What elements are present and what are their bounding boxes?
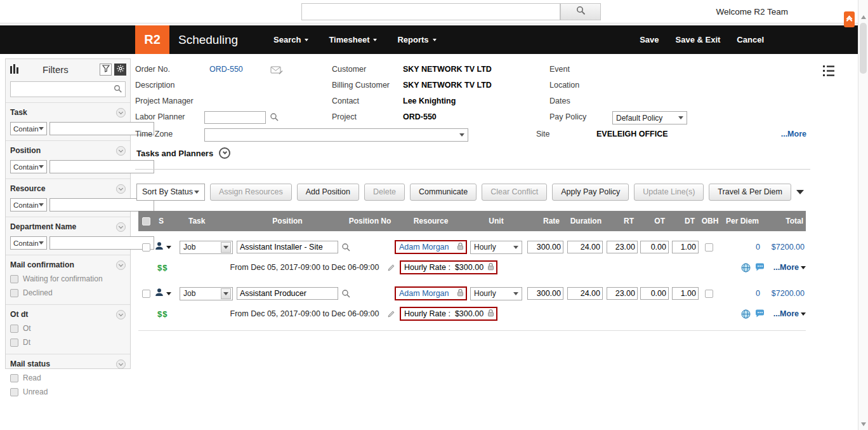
edit-schedule-icon[interactable]	[387, 260, 397, 275]
assign-resources-button: Assign Resources	[210, 184, 292, 201]
chevron-down-icon	[513, 292, 518, 295]
time-zone-select[interactable]	[204, 128, 468, 142]
global-search-button[interactable]	[560, 3, 601, 20]
menu-reports[interactable]: Reports	[397, 35, 436, 44]
save-button[interactable]: Save	[640, 35, 659, 44]
travel-per-diem-button[interactable]: Travel & Per Diem	[709, 184, 791, 201]
unread-checkbox[interactable]	[10, 388, 18, 396]
per-diem-link[interactable]: 0	[756, 289, 760, 298]
edit-schedule-icon[interactable]	[387, 306, 397, 321]
position-input[interactable]	[237, 287, 338, 300]
obh-checkbox[interactable]	[705, 243, 713, 252]
rate-input[interactable]	[527, 287, 563, 300]
globe-icon[interactable]	[741, 306, 753, 321]
dt-input[interactable]	[672, 287, 699, 300]
rate-input[interactable]	[527, 241, 563, 253]
chevron-circle-icon[interactable]	[116, 146, 126, 156]
col-per-diem: Per Diem	[717, 211, 760, 231]
ot-input[interactable]	[640, 241, 669, 253]
layout-menu-icon[interactable]	[822, 64, 835, 81]
task-select[interactable]: Job	[180, 286, 233, 301]
lock-icon	[457, 242, 464, 252]
resource-locked-field[interactable]: Adam Morgan	[395, 240, 467, 254]
rate-detail-cell[interactable]: $$	[157, 306, 174, 321]
rate-detail-cell[interactable]: $$	[157, 260, 174, 275]
scroll-down-icon[interactable]	[861, 422, 866, 426]
scrollbar-thumb[interactable]	[860, 23, 867, 74]
declined-checkbox[interactable]	[10, 289, 18, 297]
resource-contain-select[interactable]: Contain	[10, 198, 47, 212]
task-contain-select[interactable]: Contain	[10, 122, 47, 135]
mail-icon[interactable]	[270, 66, 283, 75]
collapse-header-button[interactable]	[844, 11, 855, 27]
chevron-down-icon	[678, 116, 683, 119]
toolbar-dropdown-icon[interactable]	[796, 190, 804, 194]
department-contain-select[interactable]: Contain	[10, 236, 47, 250]
obh-checkbox[interactable]	[705, 290, 713, 298]
resource-locked-field[interactable]: Adam Morgan	[395, 286, 467, 300]
nav-menu: Search Timesheet Reports	[273, 35, 437, 44]
menu-search[interactable]: Search	[273, 35, 308, 44]
dt-checkbox[interactable]	[10, 339, 18, 347]
sort-by-select[interactable]: Sort By Status	[136, 184, 205, 201]
total-value: $7200.00	[772, 243, 805, 252]
row-status-cell[interactable]	[155, 286, 178, 301]
labor-planner-input[interactable]	[204, 111, 266, 124]
row-more-link[interactable]: ...More	[773, 309, 806, 318]
unit-select[interactable]: Hourly	[470, 239, 522, 255]
pay-policy-select[interactable]: Default Policy	[612, 111, 687, 124]
menu-timesheet[interactable]: Timesheet	[329, 35, 377, 44]
order-no-value[interactable]: ORD-550	[209, 65, 243, 74]
chevron-circle-icon[interactable]	[219, 147, 230, 159]
position-search-icon[interactable]	[341, 286, 353, 301]
vertical-scrollbar[interactable]	[858, 0, 868, 430]
chevron-circle-icon[interactable]	[116, 310, 126, 319]
globe-icon[interactable]	[741, 260, 753, 275]
communicate-button[interactable]: Communicate	[410, 184, 477, 201]
chevron-circle-icon[interactable]	[116, 222, 126, 232]
clear-filter-button[interactable]	[100, 64, 112, 76]
unit-select[interactable]: Hourly	[470, 286, 522, 301]
row-more-link[interactable]: ...More	[773, 263, 806, 272]
row-checkbox[interactable]	[142, 243, 150, 252]
hourly-rate-locked-field[interactable]: Hourly Rate : $300.00	[400, 260, 497, 274]
duration-input[interactable]	[567, 241, 603, 253]
dt-input[interactable]	[672, 241, 699, 253]
row-checkbox[interactable]	[142, 290, 150, 298]
chevron-circle-icon[interactable]	[116, 184, 126, 194]
chevron-circle-icon[interactable]	[116, 260, 126, 270]
chevron-circle-icon[interactable]	[116, 108, 126, 118]
chevron-circle-icon[interactable]	[116, 359, 126, 369]
clear-conflict-button: Clear Conflict	[482, 184, 547, 201]
more-link[interactable]: ...More	[781, 130, 806, 138]
per-diem-link[interactable]: 0	[756, 243, 760, 252]
select-all-checkbox[interactable]	[142, 217, 150, 225]
filter-search-input[interactable]	[10, 81, 126, 97]
apply-pay-policy-button[interactable]: Apply Pay Policy	[552, 184, 629, 201]
col-rate: Rate	[527, 211, 563, 231]
rt-input[interactable]	[607, 287, 638, 300]
cancel-button[interactable]: Cancel	[737, 35, 764, 44]
search-icon[interactable]	[270, 112, 279, 122]
hourly-rate-locked-field[interactable]: Hourly Rate : $300.00	[400, 307, 497, 321]
save-exit-button[interactable]: Save & Exit	[676, 35, 721, 44]
rt-input[interactable]	[607, 241, 638, 253]
ot-checkbox[interactable]	[10, 325, 18, 333]
grid-toolbar: Sort By Status Assign Resources Add Posi…	[136, 183, 810, 201]
position-input[interactable]	[237, 241, 338, 253]
row-status-cell[interactable]	[155, 239, 178, 255]
read-checkbox[interactable]	[10, 374, 18, 382]
add-position-button[interactable]: Add Position	[297, 184, 359, 201]
ot-input[interactable]	[640, 287, 669, 300]
rt-cell	[607, 286, 638, 301]
scroll-up-icon[interactable]	[861, 15, 866, 19]
position-contain-select[interactable]: Contain	[10, 160, 47, 173]
global-search-input[interactable]	[301, 3, 560, 20]
filter-settings-button[interactable]	[114, 64, 126, 76]
waiting-confirmation-checkbox[interactable]	[10, 275, 18, 283]
duration-input[interactable]	[567, 287, 603, 300]
task-select[interactable]: Job	[180, 239, 233, 255]
position-search-icon[interactable]	[341, 239, 353, 255]
search-icon	[576, 6, 586, 18]
dt-cell	[672, 286, 699, 301]
